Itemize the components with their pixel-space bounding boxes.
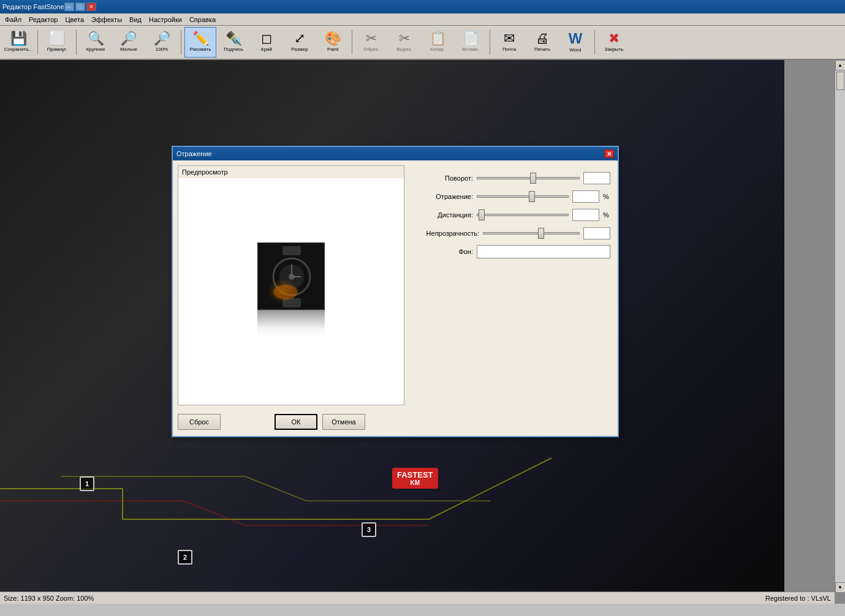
svg-rect-19 bbox=[257, 310, 325, 340]
preview-label: Предпросмотр bbox=[178, 166, 404, 178]
reflection-row: Отражение: ▲ ▼ % bbox=[412, 189, 610, 205]
marker-1: 1 bbox=[80, 476, 94, 491]
dialog-buttons: Сброс ОК Отмена bbox=[173, 410, 618, 436]
rotation-slider[interactable] bbox=[477, 177, 580, 179]
ok-button[interactable]: ОК bbox=[275, 414, 317, 430]
tb-paste[interactable]: 📄 Вставк. bbox=[455, 27, 487, 58]
reset-button[interactable]: Сброс bbox=[178, 414, 221, 430]
rotation-input[interactable] bbox=[584, 173, 610, 184]
tb-draw[interactable]: ✏️ Рисовать bbox=[184, 27, 216, 58]
tb-zoom-in[interactable]: 🔍 Крупнее bbox=[80, 27, 112, 58]
toolbar-sep-2 bbox=[76, 30, 77, 54]
window-controls: ─ □ ✕ bbox=[64, 2, 96, 11]
tb-zoom-out[interactable]: 🔍 Мельче bbox=[113, 27, 145, 58]
toolbar: 💾 Сохранить... ⬜ Прямоуг. 🔍 Крупнее 🔍 Ме… bbox=[0, 26, 845, 60]
menu-file[interactable]: Файл bbox=[1, 15, 25, 24]
reflection-input[interactable] bbox=[573, 191, 599, 202]
tb-paint[interactable]: 🎨 Paint bbox=[317, 27, 349, 58]
close-icon: ✖ bbox=[608, 32, 620, 45]
opacity-row: Непрозрачность: ▲ ▼ bbox=[412, 225, 610, 241]
print-icon: 🖨 bbox=[536, 32, 549, 45]
preview-image-wrap bbox=[257, 242, 325, 340]
dialog-title-bar: Отражение ✕ bbox=[173, 147, 618, 160]
cancel-button[interactable]: Отмена bbox=[322, 414, 365, 430]
paint-icon: 🎨 bbox=[325, 32, 341, 45]
scroll-down-button[interactable]: ▼ bbox=[835, 582, 846, 593]
tb-save[interactable]: 💾 Сохранить... bbox=[2, 27, 34, 58]
distance-slider[interactable] bbox=[477, 214, 569, 216]
tb-paint-label: Paint bbox=[327, 47, 338, 53]
menu-view[interactable]: Вид bbox=[126, 15, 145, 24]
preview-canvas bbox=[178, 178, 404, 405]
save-icon: 💾 bbox=[10, 32, 27, 45]
reflection-unit: % bbox=[603, 193, 610, 200]
menu-settings[interactable]: Настройки bbox=[145, 15, 186, 24]
reflection-dialog: Отражение ✕ Предпросмотр bbox=[172, 146, 619, 437]
opacity-slider[interactable] bbox=[483, 232, 580, 235]
marker-2: 2 bbox=[178, 550, 192, 565]
minimize-button[interactable]: ─ bbox=[64, 2, 74, 11]
tb-resize[interactable]: ⤢ Размер bbox=[284, 27, 316, 58]
tb-cut-label: Вырез. bbox=[396, 47, 412, 53]
svg-line-8 bbox=[184, 501, 245, 525]
toolbar-sep-4 bbox=[352, 30, 352, 54]
opacity-spinbox: ▲ ▼ bbox=[583, 227, 610, 239]
main-area: FASTEST KM 1 2 3 ▲ ▼ Отражение ✕ Предпро… bbox=[0, 60, 845, 604]
resize-icon: ⤢ bbox=[294, 32, 305, 45]
reflection-spinbox: ▲ ▼ bbox=[572, 190, 599, 203]
tb-close[interactable]: ✖ Закрыть bbox=[598, 27, 630, 58]
tb-draw-label: Рисовать bbox=[190, 47, 211, 53]
tb-zoom-100[interactable]: 🔎 100% bbox=[146, 27, 178, 58]
rotation-row: Поворот: ▲ ▼ bbox=[412, 170, 610, 186]
rotation-spinbox: ▲ ▼ bbox=[583, 172, 610, 184]
tb-edge[interactable]: ◻ Край bbox=[251, 27, 282, 58]
reflection-slider-wrap bbox=[477, 190, 569, 203]
mail-icon: ✉ bbox=[504, 32, 515, 45]
tb-print[interactable]: 🖨 Печать bbox=[526, 27, 558, 58]
preview-image bbox=[257, 242, 325, 310]
dialog-title-text: Отражение bbox=[176, 150, 604, 157]
tb-sign[interactable]: ✒️ Подпись bbox=[218, 27, 249, 58]
preview-reflection bbox=[257, 310, 325, 340]
restore-button[interactable]: □ bbox=[75, 2, 85, 11]
opacity-slider-thumb[interactable] bbox=[538, 228, 544, 239]
tb-cut[interactable]: ✂ Вырез. bbox=[388, 27, 420, 58]
status-size-zoom: Size: 1193 x 950 Zoom: 100% bbox=[4, 595, 94, 602]
dialog-close-button[interactable]: ✕ bbox=[604, 149, 614, 158]
scroll-thumb[interactable] bbox=[836, 72, 844, 90]
tb-rect-label: Прямоуг. bbox=[47, 47, 67, 53]
background-color-input[interactable] bbox=[477, 245, 610, 258]
tb-word[interactable]: W Word bbox=[559, 27, 591, 58]
tb-rect[interactable]: ⬜ Прямоуг. bbox=[41, 27, 73, 58]
opacity-input[interactable] bbox=[584, 228, 610, 239]
tb-copy[interactable]: 📋 Копир. bbox=[422, 27, 453, 58]
tb-crop[interactable]: ✂ Обрез. bbox=[355, 27, 387, 58]
menu-bar: Файл Редактор Цвета Эффекты Вид Настройк… bbox=[0, 13, 845, 26]
app-title: Редактор FastStone bbox=[2, 3, 64, 10]
paste-icon: 📄 bbox=[463, 32, 479, 45]
distance-input[interactable] bbox=[573, 209, 599, 220]
reflection-slider[interactable] bbox=[477, 195, 569, 198]
title-bar: Редактор FastStone ─ □ ✕ bbox=[0, 0, 845, 13]
rotation-slider-thumb[interactable] bbox=[530, 173, 536, 184]
menu-effects[interactable]: Эффекты bbox=[88, 15, 126, 24]
rect-icon: ⬜ bbox=[49, 32, 66, 45]
tb-print-label: Печать bbox=[534, 47, 550, 53]
scroll-track[interactable] bbox=[836, 70, 845, 582]
reflection-slider-thumb[interactable] bbox=[529, 191, 535, 202]
distance-slider-wrap bbox=[477, 209, 569, 221]
distance-slider-thumb[interactable] bbox=[479, 209, 485, 220]
tb-word-label: Word bbox=[570, 47, 582, 53]
rotation-label: Поворот: bbox=[412, 175, 473, 182]
preview-pane: Предпросмотр bbox=[178, 165, 404, 405]
svg-point-18 bbox=[273, 285, 298, 299]
menu-editor[interactable]: Редактор bbox=[25, 15, 61, 24]
menu-help[interactable]: Справка bbox=[186, 15, 219, 24]
close-button[interactable]: ✕ bbox=[86, 2, 96, 11]
scroll-up-button[interactable]: ▲ bbox=[835, 60, 846, 70]
menu-colors[interactable]: Цвета bbox=[61, 15, 88, 24]
distance-spinbox: ▲ ▼ bbox=[572, 209, 599, 221]
svg-rect-17 bbox=[282, 298, 301, 307]
tb-mail[interactable]: ✉ Почта bbox=[493, 27, 525, 58]
svg-line-3 bbox=[429, 458, 551, 519]
